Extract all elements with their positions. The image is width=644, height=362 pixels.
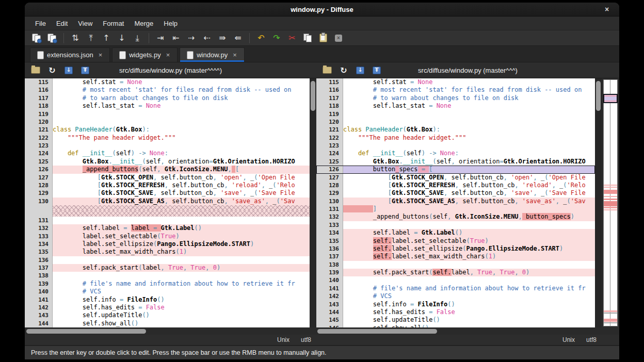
window-close-button[interactable]: × (602, 4, 612, 14)
overview-map[interactable] (603, 79, 618, 326)
save-file-as-button[interactable]: Ŧ (78, 64, 92, 76)
tab-widgets.py[interactable]: widgets.py× (112, 47, 178, 62)
code-line[interactable]: 140 (316, 276, 595, 284)
code-line[interactable]: 140 # VCS (25, 288, 310, 295)
code-line[interactable]: 125 Gtk.Box.__init__(self, orientation=G… (316, 158, 595, 166)
code-line[interactable]: 131 (25, 217, 310, 224)
code-line[interactable]: 137 self.label.set_max_width_chars(1) (316, 253, 595, 260)
code-line[interactable]: 123 (316, 142, 595, 150)
code-line[interactable]: 117 # to warn about changes to file on d… (25, 94, 310, 102)
code-line[interactable]: 134 label.set_ellipsize(Pango.EllipsizeM… (25, 240, 310, 248)
code-line[interactable]: 139 # file's name and information about … (25, 280, 310, 288)
open-file-button[interactable] (320, 64, 334, 76)
next-difference-button[interactable]: ↓ (114, 31, 130, 44)
reload-file-button[interactable]: ↻ (45, 64, 59, 76)
code-line[interactable]: 139 self.pack_start(self.label, True, Tr… (316, 269, 595, 276)
code-line[interactable]: 126 button_specs = [ (316, 166, 595, 173)
code-line[interactable]: 128 [Gtk.STOCK_REFRESH, self.button_cb, … (316, 182, 595, 189)
code-line[interactable]: 116 # most recent 'stat' for files read … (316, 86, 595, 94)
menu-format[interactable]: Format (98, 18, 129, 29)
redo-button[interactable]: ↷ (269, 31, 284, 44)
code-line[interactable]: 134 self.label = Gtk.Label() (316, 229, 595, 237)
menu-help[interactable]: Help (158, 18, 183, 29)
tab-extensions.json[interactable]: extensions.json× (30, 47, 110, 62)
save-file-button[interactable]: ↓ (62, 64, 75, 76)
left-vertical-scrollbar[interactable] (310, 78, 316, 327)
previous-difference-button[interactable]: ↑ (99, 31, 114, 44)
new-2way-file-merge-button[interactable] (29, 31, 44, 44)
code-line[interactable]: 120 (316, 118, 595, 126)
merge-from-right-then-left-button[interactable]: ⇚ (230, 31, 246, 44)
code-line[interactable]: 131 ] (316, 205, 595, 213)
code-line[interactable]: 141 self.info = FileInfo() (25, 296, 310, 304)
save-file-as-button[interactable]: Ŧ (370, 64, 383, 76)
code-line[interactable]: 142 # VCS (316, 292, 595, 300)
open-file-button[interactable] (29, 64, 42, 76)
code-line[interactable]: 127 [Gtk.STOCK_OPEN, self.button_cb, 'op… (25, 174, 310, 182)
tab-close-icon[interactable]: × (233, 51, 237, 59)
code-line[interactable]: 127 [Gtk.STOCK_OPEN, self.button_cb, 'op… (316, 174, 595, 182)
right-horizontal-scrollbar-thumb[interactable] (317, 329, 437, 334)
code-line[interactable]: 136 (25, 256, 310, 264)
code-line[interactable]: 144 self.show_all() (25, 320, 310, 327)
code-line[interactable]: 137 self.pack_start(label, True, True, 0… (25, 264, 310, 272)
code-line[interactable]: 117 # to warn about changes to file on d… (316, 94, 595, 102)
code-line[interactable]: 138 (25, 272, 310, 279)
code-line[interactable]: 144 self.has_edits = False (316, 308, 595, 316)
new-3way-file-merge-button[interactable] (44, 31, 60, 44)
code-line[interactable]: 122 """The pane header widget.""" (316, 134, 595, 142)
code-line[interactable]: 130 [Gtk.STOCK_SAVE_AS, self.button_cb, … (25, 198, 310, 205)
code-line[interactable]: 135 label.set_max_width_chars(1) (25, 248, 310, 256)
copy-button[interactable] (300, 31, 315, 44)
code-line[interactable]: 138 (316, 261, 595, 269)
code-line[interactable]: 133 label.set_selectable(True) (25, 233, 310, 240)
menu-edit[interactable]: Edit (51, 18, 73, 29)
left-code-pane[interactable]: 115 self.stat = None116 # most recent 's… (25, 78, 310, 327)
overview-viewport-box[interactable] (603, 94, 618, 103)
code-line[interactable]: 121class PaneHeader(Gtk.Box): (316, 126, 595, 134)
code-line[interactable]: 136 self.label.set_ellipsize(Pango.Ellip… (316, 245, 595, 253)
reload-file-button[interactable]: ↻ (337, 64, 350, 76)
code-line[interactable]: 119 (25, 110, 310, 118)
menu-view[interactable]: View (73, 18, 98, 29)
code-line[interactable]: 124 def __init__(self) -> None: (25, 150, 310, 157)
right-horizontal-scrollbar[interactable] (316, 327, 595, 335)
code-line[interactable]: 133 (316, 221, 595, 229)
code-line[interactable]: 119 (316, 110, 595, 118)
code-line[interactable]: 124 def __init__(self) -> None: (316, 150, 595, 157)
code-line[interactable]: 121class PaneHeader(Gtk.Box): (25, 126, 310, 134)
cut-button[interactable]: ✂ (284, 31, 300, 44)
code-line[interactable]: 118 self.last_stat = None (25, 102, 310, 110)
code-line[interactable]: 141 # file's name and information about … (316, 285, 595, 292)
tab-close-icon[interactable]: × (166, 51, 170, 59)
code-line[interactable]: 143 self.info = FileInfo() (316, 301, 595, 308)
copy-right-into-selection-button[interactable]: ⇠ (199, 31, 215, 44)
tab-close-icon[interactable]: × (99, 51, 103, 59)
first-difference-button[interactable]: ⤒ (83, 31, 99, 44)
menu-file[interactable]: File (30, 18, 51, 29)
code-line[interactable]: 123 (25, 142, 310, 150)
code-line[interactable]: 130 [Gtk.STOCK_SAVE_AS, self.button_cb, … (316, 198, 595, 205)
undo-button[interactable]: ↶ (253, 31, 269, 44)
right-vertical-scrollbar-thumb[interactable] (596, 81, 601, 111)
code-line[interactable]: 132 _append_buttons(self, Gtk.IconSize.M… (316, 213, 595, 221)
code-line[interactable]: 129 [Gtk.STOCK_SAVE, self.button_cb, 'sa… (25, 189, 310, 197)
title-bar[interactable]: window.py - Diffuse × (25, 3, 619, 17)
code-line[interactable]: 135 self.label.set_selectable(True) (316, 237, 595, 245)
last-difference-button[interactable]: ⤓ (130, 31, 145, 44)
tab-window.py[interactable]: window.py× (180, 47, 245, 62)
code-line[interactable]: 120 (25, 118, 310, 126)
menu-merge[interactable]: Merge (129, 18, 158, 29)
shift-pane-left-button[interactable]: ⇤ (168, 31, 184, 44)
left-vertical-scrollbar-thumb[interactable] (311, 81, 315, 111)
left-horizontal-scrollbar[interactable] (25, 327, 310, 335)
paste-button[interactable] (315, 31, 331, 44)
merge-from-left-then-right-button[interactable]: ⇛ (215, 31, 230, 44)
code-line[interactable]: 143 self.updateTitle() (25, 311, 310, 319)
right-code-pane[interactable]: 115 self.stat = None116 # most recent 's… (316, 78, 595, 327)
code-line[interactable]: 126 _append_buttons(self, Gtk.IconSize.M… (25, 166, 310, 173)
code-line[interactable]: 116 # most recent 'stat' for files read … (25, 86, 310, 94)
diff-gap-row[interactable] (25, 205, 310, 211)
save-file-button[interactable]: ↓ (353, 64, 367, 76)
right-vertical-scrollbar[interactable] (595, 78, 602, 327)
